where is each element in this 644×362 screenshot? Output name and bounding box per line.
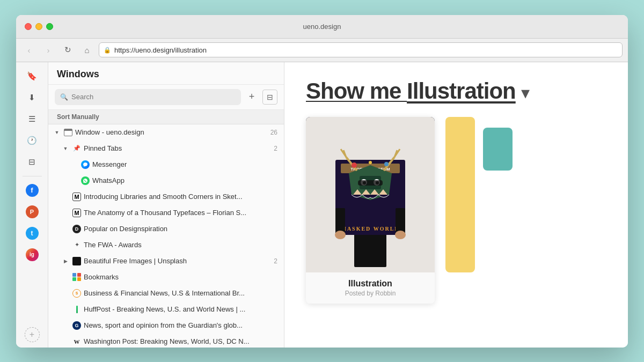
sidebar-producthunt-button[interactable]: P [23,202,42,221]
window-ueno-count: 26 [270,129,277,136]
title-bold-text: Illustration [407,78,516,104]
illustration-card[interactable]: TROPPIN MUSEUM [306,117,435,304]
bookmark-icon: 🔖 [27,71,37,81]
producthunt-icon: P [26,205,39,218]
fwa-label: The FWA - Awards [84,241,280,249]
toggle-messenger [70,160,78,169]
tree-list: ▼ Window - ueno.design 26 ▼ 📌 Pinned Tab… [48,124,284,348]
toggle-wapo [61,337,70,346]
pinned-tabs-label: Pinned Tabs [84,144,272,152]
toggle-huffpost [61,305,70,314]
add-window-button[interactable]: + [244,90,259,105]
web-page-title: Show me Illustration ▾ [306,78,606,104]
toggle-pinned-tabs[interactable]: ▼ [61,144,70,153]
maximize-button[interactable] [46,23,53,30]
title-arrow[interactable]: ▾ [521,83,529,102]
sidebar-instagram-button[interactable]: ig [23,245,42,264]
add-sidebar-button[interactable]: + [25,327,40,342]
medium-icon-1: M [72,192,82,202]
tree-item-bookmarks[interactable]: Bookmarks [48,269,284,285]
svg-point-29 [335,231,346,239]
windows-header: Windows [48,62,284,85]
address-bar[interactable]: 🔒 https://ueno.design/illustration [99,42,623,57]
sidebar-reader-button[interactable]: ☰ [23,109,42,129]
business-label: Business & Financial News, U.S & Interna… [84,289,280,297]
peek-card-teal [483,128,513,171]
title-bar: ueno.design [16,15,628,39]
medium-icon-2: M [72,208,82,218]
tree-item-unsplash[interactable]: ▶ Beautiful Free Images | Unsplash 2 [48,253,284,269]
toggle-anatomy [61,209,70,217]
tree-item-pinned-tabs[interactable]: ▼ 📌 Pinned Tabs 2 [48,141,284,157]
tabs-icon: ⊟ [28,157,35,167]
messenger-icon [80,160,90,169]
instagram-icon: ig [26,248,39,261]
tree-item-whatsapp[interactable]: WhatsApp [48,173,284,189]
traffic-lights [25,23,53,30]
tree-item-sketch-libraries[interactable]: M Introducing Libraries and Smooth Corne… [48,189,284,205]
tree-item-huffpost[interactable]: HuffPost - Breaking News, U.S. and World… [48,301,284,317]
facebook-icon: f [26,184,39,197]
svg-point-21 [369,161,372,164]
close-button[interactable] [25,23,32,30]
tree-item-wapo[interactable]: W Washington Post: Breaking News, World,… [48,334,284,348]
guardian-icon: G [72,321,82,330]
title-light-text: Show me [306,78,407,104]
tree-item-designspiration[interactable]: D Popular on Designspiration [48,221,284,237]
toggle-window-ueno[interactable]: ▼ [53,128,61,137]
toggle-guardian [61,321,70,330]
home-button[interactable]: ⌂ [79,42,94,57]
sidebar-download-button[interactable]: ⬇ [23,88,42,107]
sidebar-bookmark-button[interactable]: 🔖 [23,67,42,86]
artwork-svg: TROPPIN MUSEUM [306,117,435,272]
whatsapp-icon [80,176,90,186]
back-button[interactable]: ‹ [21,42,36,57]
search-input[interactable] [71,93,236,101]
sidebar-icons: 🔖 ⬇ ☰ 🕐 ⊟ f P t [16,62,48,348]
forward-button[interactable]: › [41,42,56,57]
huffpost-label: HuffPost - Breaking News, U.S. and World… [84,305,280,313]
unsplash-icon [72,256,82,266]
pin-icon: 📌 [72,144,82,153]
card-title: Illustration [312,279,428,289]
search-input-wrapper[interactable]: 🔍 [55,89,241,105]
tree-item-window-ueno[interactable]: ▼ Window - ueno.design 26 [48,124,284,141]
guardian-label: News, sport and opinion from the Guardia… [84,321,280,329]
search-bar-container: 🔍 + ⊟ [48,85,284,110]
tree-item-fwa[interactable]: ✦ The FWA - Awards [48,237,284,253]
reader-icon: ☰ [28,114,35,124]
sidebar-tabs-button[interactable]: ⊟ [23,152,42,172]
sidebar-facebook-button[interactable]: f [23,181,42,200]
download-icon: ⬇ [28,93,35,102]
tree-item-messenger[interactable]: Messenger [48,157,284,173]
browser-content: 🔖 ⬇ ☰ 🕐 ⊟ f P t [16,62,628,348]
toggle-whatsapp [70,176,78,185]
windows-panel: Windows 🔍 + ⊟ Sort Manually ▼ Window - u… [48,62,284,348]
minimize-button[interactable] [35,23,42,30]
toggle-designspiration [61,225,70,233]
svg-text:MASKED WORLD: MASKED WORLD [341,226,399,232]
history-icon: 🕐 [27,136,37,145]
sidebar-twitter-button[interactable]: t [23,224,42,243]
new-tab-button[interactable]: ⊟ [262,90,277,105]
huffpost-icon [72,305,82,314]
toggle-unsplash[interactable]: ▶ [61,257,70,265]
window-title: ueno.design [303,23,341,31]
svg-point-19 [352,162,357,168]
sidebar-history-button[interactable]: 🕐 [23,131,42,150]
peek-card-yellow [445,117,475,272]
web-content: Show me Illustration ▾ [284,62,628,348]
unsplash-count: 2 [274,257,277,265]
reload-button[interactable]: ↻ [60,42,75,57]
reload-icon: ↻ [64,45,71,55]
browser-window: ueno.design ‹ › ↻ ⌂ 🔒 https://ueno.desig… [16,15,628,348]
tree-item-guardian[interactable]: G News, sport and opinion from the Guard… [48,317,284,334]
tree-item-anatomy-typefaces[interactable]: M The Anatomy of a Thousand Typefaces – … [48,205,284,221]
tree-item-business[interactable]: $ Business & Financial News, U.S & Inter… [48,285,284,301]
peek-cards [445,117,513,304]
bookmarks-icon [72,272,82,282]
search-icon: 🔍 [60,93,68,101]
toolbar: ‹ › ↻ ⌂ 🔒 https://ueno.design/illustrati… [16,39,628,62]
forward-icon: › [47,46,50,55]
card-subtitle: Posted by Robbin [312,290,428,297]
